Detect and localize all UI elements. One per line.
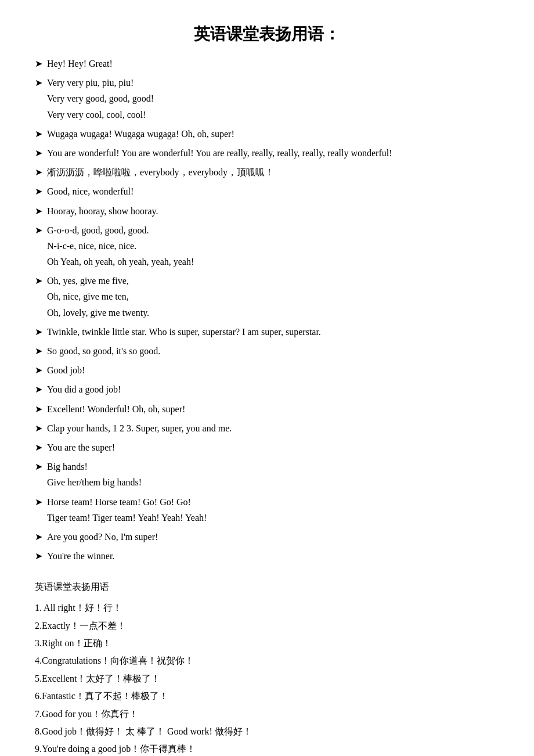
bullet-item: ➤Oh, yes, give me five,Oh, nice, give me…: [35, 273, 499, 321]
numbered-item: 9.You're doing a good job！你干得真棒！: [35, 740, 499, 756]
bullet-content: Twinkle, twinkle little star. Who is sup…: [47, 324, 499, 340]
bullet-content: You are wonderful! You are wonderful! Yo…: [47, 145, 499, 161]
bullet-content: Hooray, hooray, show hooray.: [47, 203, 499, 219]
bullet-content: Hey! Hey! Great!: [47, 56, 499, 71]
bullet-arrow-icon: ➤: [35, 324, 42, 340]
numbered-item: 4.Congratulations！向你道喜！祝贺你！: [35, 652, 499, 669]
bullet-arrow-icon: ➤: [35, 440, 42, 455]
bullet-item: ➤Hooray, hooray, show hooray.: [35, 203, 499, 219]
bullet-arrow-icon: ➤: [35, 203, 42, 219]
bullet-content: Horse team! Horse team! Go! Go! Go!Tiger…: [47, 494, 499, 525]
bullet-arrow-icon: ➤: [35, 459, 42, 474]
bullet-content: Oh, yes, give me five,Oh, nice, give me …: [47, 273, 499, 321]
bullet-content: Good, nice, wonderful!: [47, 183, 499, 199]
bullet-arrow-icon: ➤: [35, 273, 42, 289]
bullet-item: ➤You are the super!: [35, 440, 499, 455]
bullet-item: ➤G-o-o-d, good, good, good.N-i-c-e, nice…: [35, 222, 499, 270]
bullet-praise-list: ➤Hey! Hey! Great!➤Very very piu, piu, pi…: [35, 56, 499, 564]
bullet-item: ➤Good job!: [35, 362, 499, 378]
bullet-arrow-icon: ➤: [35, 401, 42, 417]
bullet-content: You did a good job!: [47, 381, 499, 397]
numbered-item: 6.Fantastic！真了不起！棒极了！: [35, 687, 499, 705]
bullet-content: Excellent! Wonderful! Oh, oh, super!: [47, 401, 499, 417]
bullet-arrow-icon: ➤: [35, 548, 42, 564]
bullet-item: ➤Horse team! Horse team! Go! Go! Go!Tige…: [35, 494, 499, 525]
bullet-content: You are the super!: [47, 440, 499, 455]
bullet-content: G-o-o-d, good, good, good.N-i-c-e, nice,…: [47, 222, 499, 270]
bullet-content: Big hands!Give her/them big hands!: [47, 459, 499, 490]
bullet-item: ➤So good, so good, it's so good.: [35, 343, 499, 359]
numbered-praise-list: 1. All right！好！行！2.Exactly！一点不差！3.Right …: [35, 599, 499, 756]
bullet-arrow-icon: ➤: [35, 381, 42, 397]
bullet-item: ➤Very very piu, piu, piu!Very very good,…: [35, 75, 499, 123]
page-title: 英语课堂表扬用语：: [35, 23, 499, 45]
bullet-item: ➤Good, nice, wonderful!: [35, 183, 499, 199]
section2-title: 英语课堂表扬用语: [35, 581, 499, 593]
bullet-content: You're the winner.: [47, 548, 499, 564]
bullet-arrow-icon: ➤: [35, 420, 42, 436]
bullet-item: ➤You are wonderful! You are wonderful! Y…: [35, 145, 499, 161]
bullet-arrow-icon: ➤: [35, 362, 42, 378]
bullet-content: Wugaga wugaga! Wugaga wugaga! Oh, oh, su…: [47, 126, 499, 142]
bullet-item: ➤Hey! Hey! Great!: [35, 56, 499, 71]
bullet-content: Very very piu, piu, piu!Very very good, …: [47, 75, 499, 123]
bullet-content: Clap your hands, 1 2 3. Super, super, yo…: [47, 420, 499, 436]
bullet-arrow-icon: ➤: [35, 529, 42, 545]
bullet-item: ➤You're the winner.: [35, 548, 499, 564]
bullet-content: So good, so good, it's so good.: [47, 343, 499, 359]
bullet-arrow-icon: ➤: [35, 222, 42, 238]
numbered-item: 8.Good job！做得好！ 太 棒了！ Good work! 做得好！: [35, 723, 499, 740]
bullet-content: Are you good? No, I'm super!: [47, 529, 499, 545]
bullet-arrow-icon: ➤: [35, 164, 42, 180]
bullet-item: ➤Excellent! Wonderful! Oh, oh, super!: [35, 401, 499, 417]
numbered-item: 7.Good for you！你真行！: [35, 705, 499, 723]
bullet-arrow-icon: ➤: [35, 126, 42, 142]
bullet-arrow-icon: ➤: [35, 56, 42, 71]
numbered-item: 1. All right！好！行！: [35, 599, 499, 617]
bullet-item: ➤Big hands!Give her/them big hands!: [35, 459, 499, 490]
bullet-arrow-icon: ➤: [35, 145, 42, 161]
numbered-item: 2.Exactly！一点不差！: [35, 617, 499, 635]
bullet-content: Good job!: [47, 362, 499, 378]
bullet-item: ➤You did a good job!: [35, 381, 499, 397]
bullet-item: ➤Wugaga wugaga! Wugaga wugaga! Oh, oh, s…: [35, 126, 499, 142]
bullet-item: ➤Clap your hands, 1 2 3. Super, super, y…: [35, 420, 499, 436]
numbered-item: 5.Excellent！太好了！棒极了！: [35, 670, 499, 687]
bullet-arrow-icon: ➤: [35, 75, 42, 91]
numbered-item: 3.Right on！正确！: [35, 635, 499, 652]
bullet-content: 淅沥沥沥，哗啦啦啦，everybody，everybody，顶呱呱！: [47, 164, 499, 180]
bullet-arrow-icon: ➤: [35, 494, 42, 510]
bullet-item: ➤Twinkle, twinkle little star. Who is su…: [35, 324, 499, 340]
bullet-item: ➤淅沥沥沥，哗啦啦啦，everybody，everybody，顶呱呱！: [35, 164, 499, 180]
bullet-arrow-icon: ➤: [35, 183, 42, 199]
bullet-item: ➤Are you good? No, I'm super!: [35, 529, 499, 545]
bullet-arrow-icon: ➤: [35, 343, 42, 359]
